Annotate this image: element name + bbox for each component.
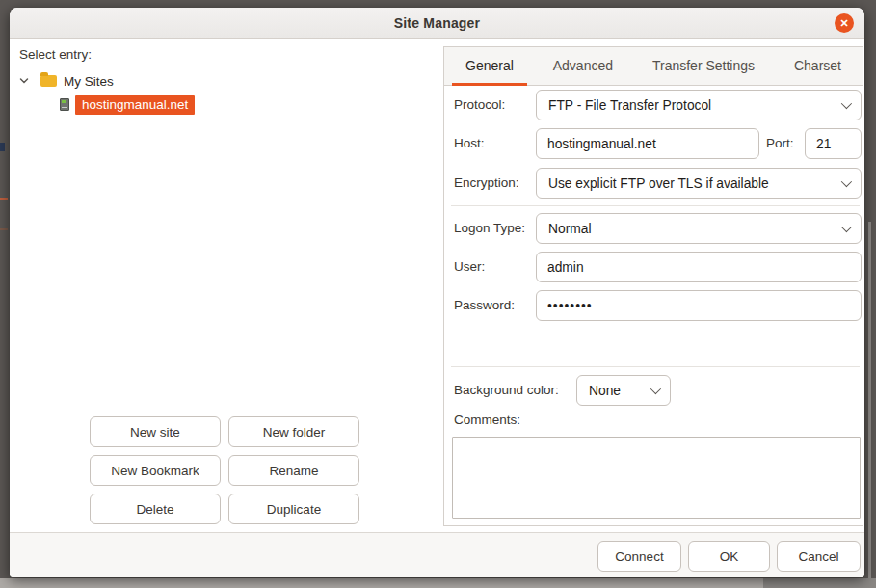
connect-button[interactable]: Connect <box>597 541 681 572</box>
background-accent-dash <box>0 228 8 230</box>
cancel-button[interactable]: Cancel <box>777 541 861 572</box>
separator <box>451 366 860 367</box>
delete-button[interactable]: Delete <box>90 494 221 524</box>
chevron-down-icon <box>841 98 852 109</box>
new-bookmark-button[interactable]: New Bookmark <box>90 455 221 486</box>
background-window-bottom-left <box>0 578 763 588</box>
protocol-value: FTP - File Transfer Protocol <box>548 98 711 113</box>
server-icon <box>60 98 69 111</box>
ok-button[interactable]: OK <box>688 541 770 572</box>
close-icon: ✕ <box>839 17 848 29</box>
background-window-edge <box>868 222 871 578</box>
duplicate-button[interactable]: Duplicate <box>228 494 359 524</box>
encryption-value: Use explicit FTP over TLS if available <box>548 176 769 191</box>
chevron-down-icon <box>841 176 852 187</box>
tab-general[interactable]: General <box>452 47 527 86</box>
tab-bar: General Advanced Transfer Settings Chars… <box>444 47 863 86</box>
tree-item-my-sites[interactable]: My Sites <box>19 70 114 92</box>
chevron-down-icon[interactable] <box>19 76 29 86</box>
encryption-select[interactable]: Use explicit FTP over TLS if available <box>536 168 862 199</box>
logon-type-label: Logon Type: <box>454 213 525 244</box>
tab-label: Charset <box>794 58 841 73</box>
new-folder-button[interactable]: New folder <box>228 416 359 447</box>
background-text-fragment <box>0 143 5 151</box>
tree-item-label: My Sites <box>64 74 114 89</box>
password-input[interactable] <box>536 290 862 321</box>
rename-button[interactable]: Rename <box>228 455 359 486</box>
tab-label: Transfer Settings <box>652 58 755 73</box>
comments-textarea[interactable] <box>452 437 861 519</box>
background-accent-dash <box>0 198 8 200</box>
close-button[interactable]: ✕ <box>835 13 854 33</box>
background-color-select[interactable]: None <box>576 375 671 406</box>
folder-icon <box>40 75 57 87</box>
protocol-select[interactable]: FTP - File Transfer Protocol <box>536 90 862 120</box>
comments-label: Comments: <box>454 406 520 435</box>
user-input[interactable] <box>536 252 862 282</box>
tree-item-label-selected: hostingmanual.net <box>75 95 195 115</box>
window-title: Site Manager <box>394 15 481 31</box>
port-input[interactable] <box>805 128 862 159</box>
password-label: Password: <box>454 290 515 321</box>
tree-item-hostingmanual[interactable]: hostingmanual.net <box>60 94 195 116</box>
background-window-bottom-right <box>763 578 876 588</box>
background-color-label: Background color: <box>454 375 559 406</box>
host-label: Host: <box>454 128 485 159</box>
encryption-label: Encryption: <box>454 168 519 199</box>
tab-transfer-settings[interactable]: Transfer Settings <box>639 47 768 86</box>
tab-advanced[interactable]: Advanced <box>540 47 626 86</box>
tab-charset[interactable]: Charset <box>781 47 855 86</box>
tab-label: Advanced <box>553 58 613 73</box>
select-entry-label: Select entry: <box>19 47 92 62</box>
background-color-value: None <box>589 384 621 398</box>
logon-type-value: Normal <box>548 222 591 236</box>
site-manager-dialog: Site Manager ✕ Select entry: My Sites ho… <box>10 8 864 577</box>
window-titlebar[interactable]: Site Manager ✕ <box>10 8 864 39</box>
tab-label: General <box>465 58 514 73</box>
new-site-button[interactable]: New site <box>90 416 221 447</box>
dialog-footer: Connect OK Cancel <box>10 532 864 577</box>
protocol-label: Protocol: <box>454 90 505 120</box>
user-label: User: <box>454 252 485 282</box>
separator <box>451 205 860 206</box>
settings-notebook: General Advanced Transfer Settings Chars… <box>443 46 863 526</box>
host-input[interactable] <box>536 128 759 159</box>
port-label: Port: <box>766 128 794 159</box>
chevron-down-icon <box>650 384 661 394</box>
chevron-down-icon <box>841 222 852 232</box>
logon-type-select[interactable]: Normal <box>536 213 862 244</box>
